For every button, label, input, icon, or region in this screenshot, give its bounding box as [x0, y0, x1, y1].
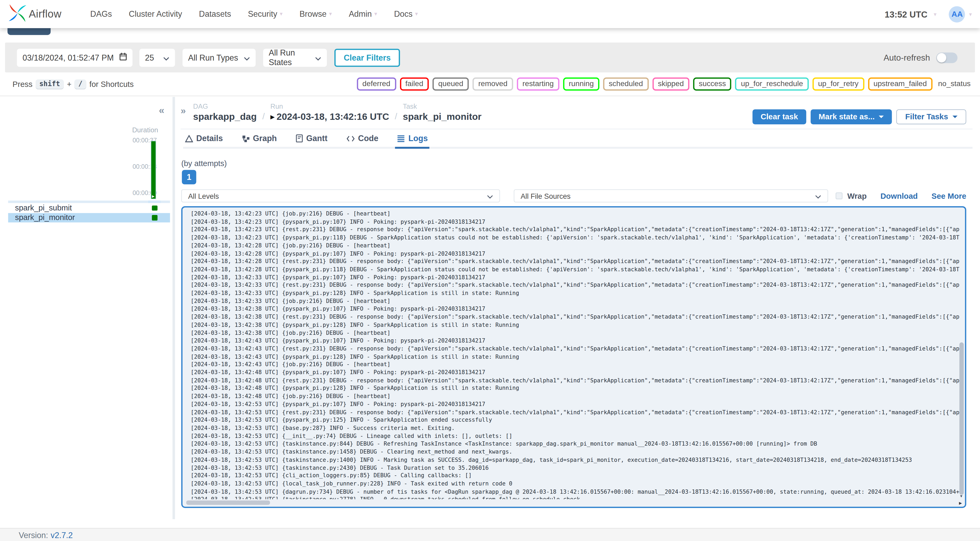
tab-gantt[interactable]: Gantt — [294, 132, 329, 147]
horizontal-scrollbar-thumb[interactable] — [186, 500, 270, 504]
clock-menu[interactable]: 13:52 UTC ▾ — [885, 9, 936, 19]
breadcrumb-dag-label: DAG — [193, 103, 257, 110]
wrap-checkbox[interactable] — [835, 193, 842, 199]
task-row-spark-pi-monitor[interactable]: spark_pi_monitor — [8, 213, 170, 223]
chevron-down-icon — [315, 53, 321, 62]
see-more-link[interactable]: See More — [932, 192, 966, 200]
task-instance-square[interactable] — [152, 205, 157, 210]
run-types-select[interactable]: All Run Types — [183, 48, 256, 67]
tab-label: Code — [358, 134, 378, 143]
log-level-select[interactable]: All Levels — [181, 189, 500, 202]
log-line: [2024-03-18, 13:42:53 UTC] {rest.py:231}… — [191, 408, 959, 416]
clear-task-button[interactable]: Clear task — [752, 109, 806, 124]
log-line: [2024-03-18, 13:42:43 UTC] {pyspark_pi.p… — [191, 353, 959, 361]
legend-badge-skipped: skipped — [652, 78, 689, 91]
avatar[interactable]: AA — [949, 6, 966, 22]
attempt-1-button[interactable]: 1 — [182, 170, 196, 185]
tab-label: Details — [196, 134, 223, 143]
filter-tasks-button[interactable]: Filter Tasks — [897, 109, 966, 124]
log-line: [2024-03-18, 13:42:23 UTC] {pyspark_pi.p… — [191, 218, 959, 226]
by-attempts-label: (by attempts) — [181, 159, 227, 168]
breadcrumb-task[interactable]: Task spark_pi_monitor — [403, 103, 482, 122]
chevron-down-icon: ▾ — [280, 11, 283, 17]
log-line: [2024-03-18, 13:42:33 UTC] {pyspark_pi.p… — [191, 274, 959, 282]
mark-state-as-button[interactable]: Mark state as... — [810, 109, 892, 124]
scroll-right-arrow-icon[interactable]: ▶ — [959, 500, 962, 504]
expand-panel-icon[interactable]: » — [181, 105, 186, 116]
footer: Version: v2.7.2 — [0, 528, 980, 541]
manual-run-play-icon: ▶ — [152, 194, 154, 198]
chevron-down-icon — [815, 192, 821, 200]
panel-resize-handle[interactable] — [172, 97, 175, 519]
breadcrumb-run-label: Run — [270, 103, 389, 110]
log-line: [2024-03-18, 13:42:53 UTC] {dagrun.py:73… — [191, 488, 959, 496]
task-instance-square[interactable] — [152, 215, 157, 220]
clear-filters-button[interactable]: Clear Filters — [334, 48, 400, 67]
shortcut-hint: Press shift + / for Shortcuts — [13, 80, 134, 89]
breadcrumb-dag-value[interactable]: sparkapp_dag — [193, 111, 257, 122]
calendar-icon[interactable] — [119, 53, 127, 63]
log-line: [2024-03-18, 13:42:38 UTC] {job.py:216} … — [191, 329, 959, 337]
chevron-down-icon[interactable]: ▾ — [969, 11, 972, 17]
tab-code[interactable]: Code — [344, 132, 380, 147]
axis-baseline — [8, 200, 170, 203]
log-line: [2024-03-18, 13:42:33 UTC] {pyspark_pi.p… — [191, 290, 959, 298]
chevron-down-icon — [244, 53, 250, 62]
breadcrumb-task-label: Task — [403, 103, 482, 110]
nav-item-cluster-activity[interactable]: Cluster Activity — [129, 9, 182, 19]
scrolled-header-button-partial[interactable] — [8, 28, 51, 35]
collapse-sidebar-icon[interactable]: « — [159, 105, 164, 116]
tab-logs[interactable]: Logs — [395, 132, 430, 148]
hint-suffix: for Shortcuts — [89, 80, 134, 89]
log-controls: All Levels All File Sources Wrap Downloa… — [181, 189, 966, 202]
version-link[interactable]: v2.7.2 — [51, 530, 73, 539]
chevron-down-icon — [953, 116, 958, 118]
header-divider — [181, 129, 972, 129]
hint-joiner: + — [67, 80, 72, 89]
airflow-logo-icon — [8, 3, 27, 25]
nav-item-docs[interactable]: Docs ▾ — [394, 9, 418, 19]
breadcrumb-run-value[interactable]: ▶ 2024-03-18, 13:42:16 UTC — [270, 111, 389, 122]
navbar-right: 13:52 UTC ▾ AA ▾ — [885, 6, 972, 22]
log-line: [2024-03-18, 13:42:53 UTC] {taskinstance… — [191, 464, 959, 472]
vertical-scrollbar-thumb[interactable] — [959, 342, 964, 495]
auto-refresh-toggle[interactable] — [936, 52, 958, 63]
base-date-input[interactable]: 03/18/2024, 01:52:47 PM — [17, 48, 132, 67]
log-line: [2024-03-18, 13:42:53 UTC] {base.py:287}… — [191, 424, 959, 432]
horizontal-scrollbar[interactable]: ▶ — [184, 500, 964, 505]
breadcrumb-task-value[interactable]: spark_pi_monitor — [403, 111, 482, 122]
nav-item-dags[interactable]: DAGs — [91, 9, 112, 19]
tab-graph[interactable]: Graph — [240, 132, 278, 147]
dag-run-duration-bar[interactable]: ▶ — [151, 140, 156, 199]
brand-name: Airflow — [29, 8, 61, 20]
page-size-select[interactable]: 25 — [139, 48, 175, 67]
task-name: spark_pi_monitor — [15, 213, 75, 222]
nav-item-datasets[interactable]: Datasets — [199, 9, 231, 19]
airflow-brand[interactable]: Airflow — [8, 3, 62, 25]
legend-badge-up-for-retry: up_for_retry — [812, 78, 864, 91]
tab-details[interactable]: Details — [183, 132, 225, 147]
chevron-down-icon: ▾ — [415, 11, 418, 17]
task-row-spark-pi-submit[interactable]: spark_pi_submit — [8, 203, 170, 213]
file-source-select[interactable]: All File Sources — [514, 189, 828, 202]
state-legend: deferred failed queued removed restartin… — [357, 78, 972, 91]
log-line: [2024-03-18, 13:42:48 UTC] {job.py:216} … — [191, 393, 959, 401]
date-value: 03/18/2024, 01:52:47 PM — [22, 53, 114, 62]
legend-badge-restarting: restarting — [517, 78, 559, 91]
breadcrumb-run[interactable]: Run ▶ 2024-03-18, 13:42:16 UTC — [270, 103, 389, 122]
nav-label: Admin — [349, 9, 372, 19]
nav-item-security[interactable]: Security ▾ — [248, 9, 283, 19]
nav-item-admin[interactable]: Admin ▾ — [349, 9, 377, 19]
hint-prefix: Press — [13, 80, 32, 89]
top-navbar: Airflow DAGs Cluster Activity Datasets S… — [0, 0, 980, 28]
log-line: [2024-03-18, 13:42:23 UTC] {pyspark_pi.p… — [191, 234, 959, 242]
wrap-group: Wrap — [835, 192, 867, 200]
nav-item-browse[interactable]: Browse ▾ — [299, 9, 332, 19]
nav-label: DAGs — [91, 9, 112, 19]
breadcrumb-dag[interactable]: DAG sparkapp_dag — [193, 103, 257, 122]
log-line: [2024-03-18, 13:42:53 UTC] {cli_action_l… — [191, 472, 959, 480]
run-states-select[interactable]: All Run States — [263, 48, 327, 67]
scroll-down-arrow-icon[interactable]: ▼ — [959, 494, 963, 498]
legend-badge-up-for-reschedule: up_for_reschedule — [735, 78, 808, 91]
download-log-link[interactable]: Download — [880, 192, 918, 200]
